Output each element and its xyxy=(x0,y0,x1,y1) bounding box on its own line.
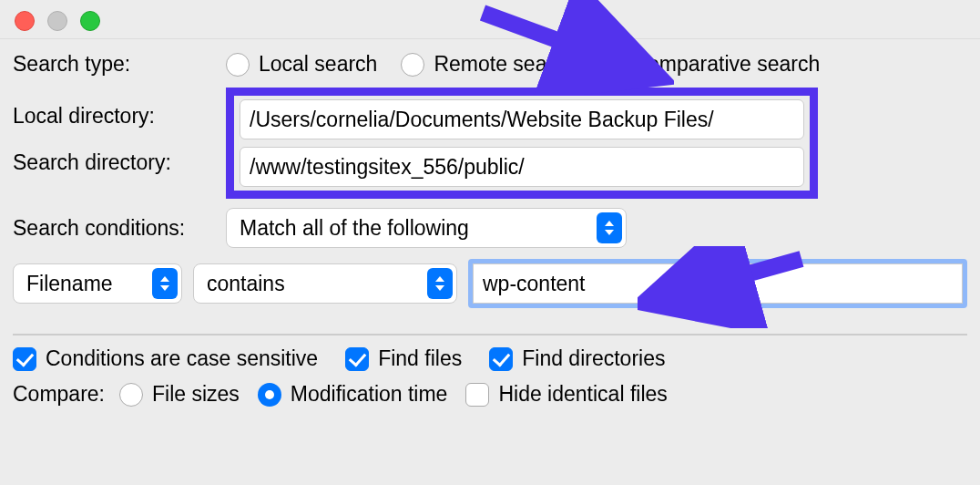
radio-remote-search[interactable]: Remote search xyxy=(401,52,576,77)
condition-value-input[interactable] xyxy=(473,263,963,304)
window-maximize-button[interactable] xyxy=(80,11,100,31)
compare-label: Compare: xyxy=(13,382,105,407)
titlebar xyxy=(0,0,980,39)
checkbox-find-directories[interactable]: Find directories xyxy=(489,346,665,371)
condition-operator-select[interactable]: contains xyxy=(193,263,457,304)
radio-comparative-search[interactable]: Comparative search xyxy=(599,52,820,77)
search-directory-label: Search directory: xyxy=(13,150,226,175)
radio-local-search[interactable]: Local search xyxy=(226,52,377,77)
checkbox-find-files[interactable]: Find files xyxy=(345,346,462,371)
condition-field-select[interactable]: Filename xyxy=(13,263,182,304)
radio-label: Modification time xyxy=(291,382,448,407)
directories-highlight-box xyxy=(226,88,818,199)
chevron-updown-icon xyxy=(597,212,622,243)
radio-label: Comparative search xyxy=(632,52,820,77)
radio-label: Local search xyxy=(259,52,377,77)
local-directory-label: Local directory: xyxy=(13,104,226,129)
checkbox-label: Find directories xyxy=(522,346,665,371)
checkbox-icon xyxy=(465,383,489,407)
checkbox-hide-identical[interactable]: Hide identical files xyxy=(465,382,667,407)
checkbox-label: Find files xyxy=(378,346,462,371)
window-minimize-button[interactable] xyxy=(47,11,67,31)
condition-block: Filename contains xyxy=(13,259,967,335)
radio-icon xyxy=(258,383,281,407)
chevron-updown-icon xyxy=(152,268,178,299)
checkbox-case-sensitive[interactable]: Conditions are case sensitive xyxy=(13,346,318,371)
radio-label: File sizes xyxy=(152,382,240,407)
conditions-match-select[interactable]: Match all of the following xyxy=(226,208,627,248)
search-directory-input[interactable] xyxy=(240,147,804,187)
local-directory-input[interactable] xyxy=(240,99,804,139)
radio-icon xyxy=(119,383,143,407)
checkbox-icon xyxy=(489,347,513,371)
radio-file-sizes[interactable]: File sizes xyxy=(119,382,240,407)
select-value: Filename xyxy=(26,272,113,296)
options-checkbox-row: Conditions are case sensitive Find files… xyxy=(13,346,967,371)
radio-icon xyxy=(226,53,250,77)
condition-value-highlight xyxy=(468,259,967,308)
window-close-button[interactable] xyxy=(15,11,35,31)
checkbox-label: Conditions are case sensitive xyxy=(46,346,318,371)
radio-label: Remote search xyxy=(434,52,576,77)
checkbox-label: Hide identical files xyxy=(498,382,667,407)
search-type-row: Search type: Local search Remote search … xyxy=(13,52,967,77)
chevron-updown-icon xyxy=(427,268,453,299)
search-type-label: Search type: xyxy=(13,52,226,77)
search-type-radio-group: Local search Remote search Comparative s… xyxy=(226,52,820,77)
select-value: contains xyxy=(207,272,285,296)
compare-row: Compare: File sizes Modification time Hi… xyxy=(13,382,967,407)
checkbox-icon xyxy=(13,347,36,371)
radio-icon xyxy=(401,53,424,77)
select-value: Match all of the following xyxy=(240,216,469,241)
checkbox-icon xyxy=(345,347,369,371)
search-conditions-label: Search conditions: xyxy=(13,216,226,241)
radio-modification-time[interactable]: Modification time xyxy=(258,382,448,407)
condition-row: Filename contains xyxy=(13,259,967,308)
radio-icon xyxy=(599,53,623,77)
